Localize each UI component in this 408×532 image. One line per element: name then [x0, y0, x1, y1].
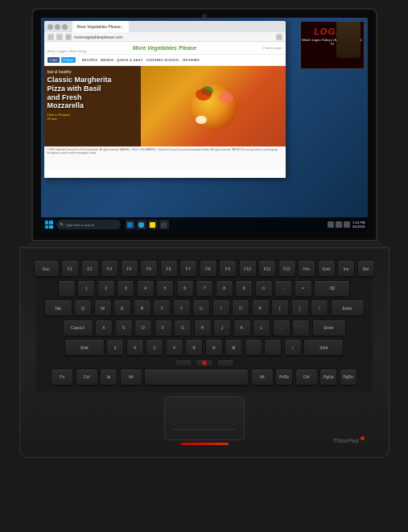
key-8[interactable]: 8: [216, 280, 233, 298]
key-period[interactable]: .: [264, 339, 282, 357]
key-alt-right[interactable]: Alt: [251, 369, 274, 386]
key-capslock[interactable]: CapsLk: [63, 320, 93, 337]
key-4[interactable]: 4: [137, 280, 155, 298]
key-9[interactable]: 9: [235, 280, 253, 298]
key-ctrl-left[interactable]: Ctrl: [76, 369, 98, 386]
key-f2[interactable]: F2: [81, 260, 99, 278]
key-w[interactable]: W: [94, 299, 112, 317]
key-q[interactable]: Q: [74, 299, 92, 317]
key-a[interactable]: A: [95, 320, 113, 337]
nav-menus[interactable]: MENUS: [101, 58, 113, 62]
key-b[interactable]: B: [185, 339, 203, 357]
key-n[interactable]: N: [205, 339, 223, 357]
key-5[interactable]: 5: [156, 280, 174, 298]
key-f1[interactable]: F1: [61, 260, 79, 278]
key-home[interactable]: Hm: [298, 260, 315, 278]
key-d[interactable]: D: [134, 320, 152, 337]
trackpoint-middle-btn[interactable]: [196, 359, 213, 367]
key-o[interactable]: O: [232, 299, 249, 317]
taskbar-icon-2[interactable]: [137, 220, 146, 229]
browser-refresh-button[interactable]: ↻: [65, 34, 72, 40]
key-insert[interactable]: Ins: [337, 260, 355, 278]
key-enter-2[interactable]: Enter: [312, 320, 346, 337]
key-prtsc[interactable]: PrtSc: [275, 369, 293, 386]
key-j[interactable]: J: [213, 320, 231, 337]
browser-bookmark-button[interactable]: ☆: [276, 34, 282, 40]
start-button[interactable]: [43, 219, 55, 230]
touchpad[interactable]: [164, 396, 245, 440]
address-bar-text[interactable]: morevegetablesplease.com: [74, 35, 274, 39]
movie-ad[interactable]: LOGAN Watch Logan Today in Microsoft Mov…: [300, 21, 365, 69]
twitter-btn[interactable]: Follow: [61, 57, 76, 63]
key-f5[interactable]: F5: [140, 260, 158, 278]
key-e[interactable]: E: [113, 299, 131, 317]
key-p[interactable]: P: [252, 299, 270, 317]
key-f10[interactable]: F10: [239, 260, 257, 278]
facebook-btn[interactable]: f Like: [47, 57, 60, 63]
key-v[interactable]: V: [166, 339, 183, 357]
key-rbracket[interactable]: ]: [291, 299, 309, 317]
key-3[interactable]: 3: [117, 280, 134, 298]
key-0[interactable]: 0: [255, 280, 273, 298]
key-space[interactable]: [144, 369, 249, 386]
key-h[interactable]: H: [194, 320, 212, 337]
key-f[interactable]: F: [155, 320, 172, 337]
key-f12[interactable]: F12: [278, 260, 296, 278]
key-comma[interactable]: ,: [245, 339, 262, 357]
key-enter[interactable]: Enter: [331, 299, 365, 317]
key-esc[interactable]: Esc: [34, 260, 60, 278]
key-x[interactable]: X: [126, 339, 144, 357]
key-quote[interactable]: ': [292, 320, 310, 337]
key-f6[interactable]: F6: [160, 260, 178, 278]
site-search[interactable]: Find a recipe: [241, 46, 282, 50]
key-pgup[interactable]: PgUp: [319, 369, 337, 386]
key-1[interactable]: 1: [77, 280, 95, 298]
key-c[interactable]: C: [146, 339, 163, 357]
key-l[interactable]: L: [253, 320, 270, 337]
browser-back-button[interactable]: ←: [47, 34, 54, 40]
key-alt-left[interactable]: Alt: [120, 369, 142, 386]
taskbar-icon-1[interactable]: [126, 220, 135, 229]
key-lbracket[interactable]: [: [271, 299, 289, 317]
nav-cooking-school[interactable]: COOKING SCHOOL: [146, 58, 180, 62]
key-shift-left[interactable]: Shift: [64, 339, 105, 357]
key-backtick[interactable]: `: [58, 280, 76, 298]
browser-close-btn[interactable]: [47, 24, 53, 30]
key-m[interactable]: M: [225, 339, 242, 357]
key-fn[interactable]: Fn: [51, 369, 73, 386]
key-f8[interactable]: F8: [200, 260, 217, 278]
trackpoint-right-btn[interactable]: [216, 359, 234, 367]
key-y[interactable]: Y: [173, 299, 191, 317]
key-delete[interactable]: Del: [357, 260, 375, 278]
key-k[interactable]: K: [233, 320, 251, 337]
key-slash[interactable]: /: [284, 339, 302, 357]
key-backslash[interactable]: \: [311, 299, 328, 317]
browser-tab[interactable]: More Vegetables Please...: [72, 21, 129, 32]
key-f11[interactable]: F11: [258, 260, 276, 278]
taskbar-search[interactable]: 🔍 Type here to search: [56, 220, 121, 229]
key-backspace[interactable]: ⌫: [314, 280, 350, 298]
key-win[interactable]: ⊞: [100, 369, 117, 386]
key-s[interactable]: S: [115, 320, 133, 337]
key-f7[interactable]: F7: [179, 260, 197, 278]
key-6[interactable]: 6: [176, 280, 194, 298]
nav-recipes[interactable]: RECIPES: [82, 58, 98, 62]
trackpoint-dot[interactable]: [202, 361, 207, 365]
key-minus[interactable]: -: [274, 280, 292, 298]
key-2[interactable]: 2: [97, 280, 115, 298]
key-tab[interactable]: Tab: [44, 299, 72, 317]
key-r[interactable]: R: [134, 299, 151, 317]
key-ctrl-right[interactable]: Ctrl: [295, 369, 318, 386]
browser-min-btn[interactable]: [55, 24, 60, 30]
key-f9[interactable]: F9: [219, 260, 237, 278]
key-u[interactable]: U: [192, 299, 210, 317]
key-i[interactable]: I: [212, 299, 230, 317]
key-end[interactable]: End: [318, 260, 336, 278]
key-shift-right[interactable]: Shift: [303, 339, 344, 357]
key-f3[interactable]: F3: [101, 260, 118, 278]
browser-forward-button[interactable]: →: [56, 34, 63, 40]
key-semicolon[interactable]: ;: [273, 320, 291, 337]
key-t[interactable]: T: [153, 299, 171, 317]
nav-quick-easy[interactable]: QUICK & EASY: [117, 58, 143, 62]
taskbar-icon-3[interactable]: [148, 220, 158, 229]
